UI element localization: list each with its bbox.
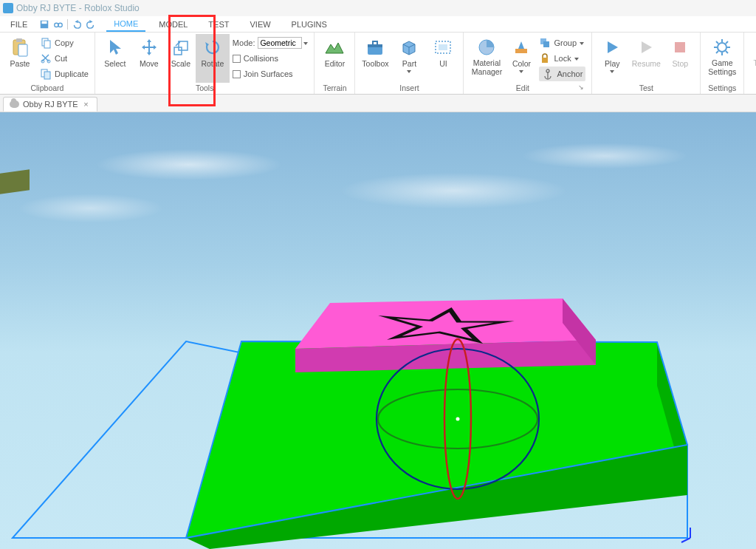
svg-rect-1: [42, 21, 47, 24]
terrain-editor-button[interactable]: Editor: [317, 34, 351, 83]
paste-icon: [10, 37, 30, 58]
gear-icon: [712, 37, 732, 58]
mode-label: Mode:: [233, 38, 255, 47]
viewport-3d[interactable]: [0, 112, 756, 549]
join-surfaces-label: Join Surfaces: [244, 69, 293, 78]
svg-line-32: [716, 41, 718, 44]
material-manager-button[interactable]: Material Manager: [467, 34, 506, 83]
cut-label: Cut: [55, 54, 67, 63]
title-bar: Obby RJ BYTE - Roblox Studio: [0, 0, 756, 16]
mode-row: Mode:: [233, 35, 309, 50]
chevron-down-icon: [574, 58, 579, 61]
dialog-launcher-icon[interactable]: ↘: [578, 83, 587, 92]
document-tab-label: Obby RJ BYTE: [23, 100, 78, 109]
play-button[interactable]: Play: [595, 34, 629, 83]
binoculars-icon[interactable]: [53, 19, 63, 30]
team-test-button[interactable]: Team Test: [747, 34, 756, 83]
svg-point-27: [718, 43, 726, 52]
group-test: Play Resume Stop Test: [592, 33, 701, 94]
toolbox-label: Toolbox: [362, 59, 388, 68]
part-button[interactable]: Part: [392, 34, 426, 83]
select-icon: [105, 37, 126, 58]
scene-svg: [0, 112, 756, 549]
ui-button[interactable]: UI: [426, 34, 460, 83]
paste-button[interactable]: Paste: [3, 34, 37, 83]
undo-icon[interactable]: [72, 19, 82, 30]
ribbon: Paste Copy Cut Duplicate Clipboard: [0, 33, 756, 95]
svg-rect-26: [675, 42, 685, 52]
cloud-icon: [10, 100, 19, 108]
resume-label: Resume: [632, 59, 661, 68]
anchor-button[interactable]: Anchor: [539, 67, 585, 81]
svg-rect-5: [16, 38, 22, 42]
svg-point-3: [58, 23, 62, 27]
chevron-down-icon: [580, 42, 584, 45]
toolbox-button[interactable]: Toolbox: [358, 34, 392, 83]
file-menu[interactable]: FILE: [4, 16, 33, 32]
group-action-button[interactable]: Group: [539, 35, 585, 50]
mode-value[interactable]: [258, 37, 302, 49]
redo-icon[interactable]: [86, 19, 96, 30]
copy-button[interactable]: Copy: [40, 35, 89, 50]
part-icon: [399, 37, 419, 58]
group-insert: Toolbox Part UI Insert: [355, 33, 464, 94]
select-button[interactable]: Select: [98, 34, 132, 83]
color-button[interactable]: Color: [506, 34, 536, 83]
chevron-down-icon: [610, 70, 614, 73]
resume-icon: [636, 37, 656, 58]
chevron-down-icon: [303, 42, 308, 45]
stop-button[interactable]: Stop: [663, 34, 697, 83]
checkbox-icon: [233, 70, 241, 78]
lock-button[interactable]: Lock: [539, 51, 585, 66]
pink-part: [295, 299, 596, 372]
svg-marker-44: [295, 299, 596, 349]
tab-home[interactable]: HOME: [106, 16, 145, 32]
group-settings-label: Settings: [704, 83, 740, 94]
svg-rect-8: [44, 41, 50, 48]
collisions-checkbox[interactable]: Collisions: [233, 51, 309, 66]
group-edit: Material Manager Color Group Lock: [464, 33, 592, 94]
cut-icon: [40, 52, 52, 64]
green-part: [186, 341, 687, 549]
checkbox-icon: [233, 55, 241, 63]
join-surfaces-checkbox[interactable]: Join Surfaces: [233, 67, 309, 81]
svg-point-50: [456, 417, 460, 421]
app-icon: [3, 3, 13, 13]
move-icon: [139, 37, 159, 58]
duplicate-label: Duplicate: [55, 69, 89, 78]
document-tab[interactable]: Obby RJ BYTE ×: [3, 97, 97, 112]
material-icon: [476, 37, 497, 58]
group-icon: [539, 37, 551, 49]
close-icon[interactable]: ×: [82, 100, 91, 109]
terrain-editor-label: Editor: [325, 59, 345, 68]
svg-rect-6: [18, 44, 27, 56]
tab-view[interactable]: VIEW: [242, 16, 278, 32]
duplicate-icon: [40, 68, 52, 80]
play-icon: [602, 37, 622, 58]
game-settings-button[interactable]: Game Settings: [704, 34, 740, 83]
group-insert-label: Insert: [358, 83, 460, 94]
svg-rect-24: [542, 58, 548, 63]
group-terrain: Editor Terrain: [315, 33, 355, 94]
color-label: Color: [512, 59, 531, 68]
svg-line-33: [726, 51, 728, 53]
resume-button[interactable]: Resume: [629, 34, 663, 83]
cut-button[interactable]: Cut: [40, 51, 89, 66]
team-icon: [752, 37, 756, 58]
tab-plugins[interactable]: PLUGINS: [284, 16, 334, 32]
menu-bar: FILE HOME MODEL TEST VIEW PLUGINS: [0, 16, 756, 33]
svg-line-34: [726, 41, 728, 44]
move-button[interactable]: Move: [132, 34, 166, 83]
lock-icon: [539, 52, 551, 64]
group-team-test: Team Test Exit Game Team Test: [744, 33, 756, 94]
duplicate-button[interactable]: Duplicate: [40, 67, 89, 81]
color-icon: [511, 37, 532, 58]
annotation-highlight: [168, 15, 216, 106]
copy-label: Copy: [55, 38, 74, 47]
part-label: Part: [402, 59, 416, 68]
axis-indicator: [681, 528, 690, 542]
mode-dropdown[interactable]: [258, 37, 308, 49]
save-icon[interactable]: [39, 19, 49, 30]
paste-label: Paste: [10, 59, 30, 68]
anchor-label: Anchor: [557, 69, 583, 78]
